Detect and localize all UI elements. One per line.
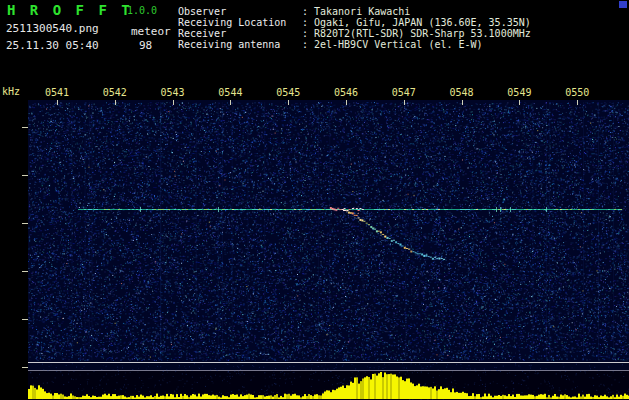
info-colon: : [302,6,314,17]
x-axis-tick-label: 0546 [328,87,364,98]
info-colon: : [302,39,314,50]
spectrogram-canvas [0,100,629,400]
x-axis-tick-label: 0547 [386,87,422,98]
info-value: Ogaki, Gifu, JAPAN (136.60E, 35.35N) [314,17,531,28]
output-filename: 2511300540.png [6,22,99,35]
info-value: Takanori Kawachi [314,6,410,17]
info-row: Receiving Location:Ogaki, Gifu, JAPAN (1… [178,17,531,28]
corner-marker [619,1,627,8]
info-label: Receiving antenna [178,39,302,50]
x-axis-tick-label: 0549 [501,87,537,98]
x-axis-tick-label: 0548 [444,87,480,98]
mode-label: meteor [131,25,171,38]
info-value: R820T2(RTL-SDR) SDR-Sharp 53.1000MHz [314,28,531,39]
observation-info: Observer:Takanori KawachiReceiving Locat… [178,6,531,50]
info-colon: : [302,17,314,28]
info-label: Receiver [178,28,302,39]
info-label: Observer [178,6,302,17]
x-axis-tick-label: 0542 [97,87,133,98]
info-row: Receiver:R820T2(RTL-SDR) SDR-Sharp 53.10… [178,28,531,39]
info-row: Receiving antenna:2el-HB9CV Vertical (el… [178,39,531,50]
x-axis-tick-label: 0541 [39,87,75,98]
x-axis-tick-label: 0550 [559,87,595,98]
x-axis-tick-label: 0545 [270,87,306,98]
hrofft-screen: H R O F F T 1.0.0 2511300540.png meteor … [0,0,629,400]
x-axis-tick-label: 0543 [155,87,191,98]
info-value: 2el-HB9CV Vertical (el. E-W) [314,39,483,50]
y-axis-unit-label: kHz [2,86,20,97]
app-version: 1.0.0 [127,5,157,16]
x-axis-tick-label: 0544 [212,87,248,98]
info-row: Observer:Takanori Kawachi [178,6,531,17]
info-label: Receiving Location [178,17,302,28]
observation-datetime: 25.11.30 05:40 [6,39,99,52]
app-title: H R O F F T [7,2,133,18]
info-colon: : [302,28,314,39]
echo-count: 98 [139,39,152,52]
